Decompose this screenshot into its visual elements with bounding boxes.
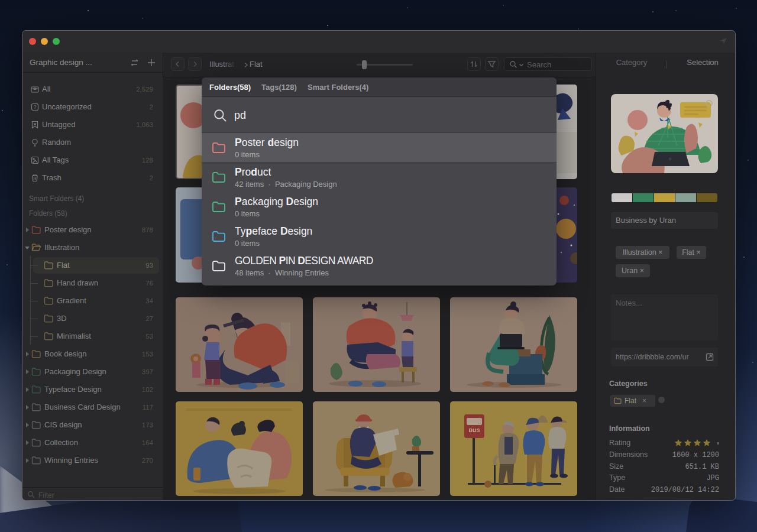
svg-text:BUS: BUS	[468, 427, 480, 433]
svg-text:?: ?	[34, 104, 37, 110]
